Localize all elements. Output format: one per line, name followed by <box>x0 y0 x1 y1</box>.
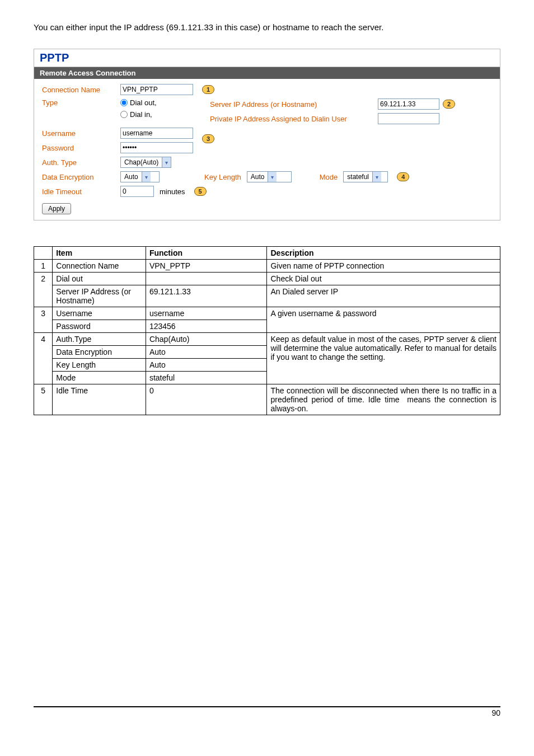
table-row: 3 Username username A given username & p… <box>34 307 500 320</box>
intro-text: You can either input the IP address (69.… <box>34 22 500 32</box>
idle-timeout-unit: minutes <box>160 187 185 196</box>
connection-name-input[interactable] <box>120 84 193 95</box>
server-ip-input[interactable] <box>378 98 439 110</box>
badge-5: 5 <box>194 187 207 196</box>
badge-3: 3 <box>202 134 214 143</box>
chevron-down-icon: ▾ <box>372 172 381 182</box>
mode-label: Mode <box>320 173 338 181</box>
data-encryption-label: Data Encryption <box>42 173 120 181</box>
dial-out-radio[interactable] <box>120 99 128 106</box>
table-header: Function <box>146 247 267 260</box>
table-row: 5 Idle Time 0 The connection will be dis… <box>34 384 500 415</box>
username-label: Username <box>42 129 120 138</box>
key-length-select[interactable]: Auto ▾ <box>247 171 292 182</box>
table-row: Server IP Address (or Hostname) 69.121.1… <box>34 285 500 307</box>
chevron-down-icon: ▾ <box>268 172 277 182</box>
auth-type-select[interactable]: Chap(Auto) ▾ <box>120 157 171 168</box>
idle-timeout-label: Idle Timeout <box>42 187 120 196</box>
apply-button[interactable]: Apply <box>42 203 71 214</box>
chevron-down-icon: ▾ <box>142 172 151 182</box>
password-input[interactable] <box>120 142 193 153</box>
type-label: Type <box>42 98 120 107</box>
dial-in-radio[interactable] <box>120 111 128 118</box>
key-length-label: Key Length <box>204 173 241 181</box>
dial-in-label: Dial in, <box>130 110 152 119</box>
table-header: Description <box>267 247 500 260</box>
password-label: Password <box>42 144 120 152</box>
panel-subtitle: Remote Access Connection <box>34 67 500 79</box>
table-header: Item <box>53 247 146 260</box>
mode-select[interactable]: stateful ▾ <box>343 171 388 182</box>
table-header <box>34 247 53 260</box>
table-row: 4 Auth.Type Chap(Auto) Keep as default v… <box>34 333 500 346</box>
badge-4: 4 <box>397 172 409 181</box>
private-ip-input[interactable] <box>378 113 439 124</box>
badge-1: 1 <box>202 85 214 94</box>
panel-title: PPTP <box>34 49 500 67</box>
username-input[interactable] <box>120 128 193 139</box>
pptp-panel: PPTP Remote Access Connection Connection… <box>34 49 500 220</box>
dial-out-label: Dial out, <box>130 98 157 107</box>
page-number: 90 <box>34 706 500 717</box>
connection-name-label: Connection Name <box>42 86 120 94</box>
table-row: 2 Dial out Check Dial out <box>34 273 500 285</box>
description-table: Item Function Description 1 Connection N… <box>34 246 500 415</box>
auth-type-label: Auth. Type <box>42 158 120 167</box>
chevron-down-icon: ▾ <box>162 157 171 167</box>
server-ip-label: Server IP Address (or Hostname) <box>210 100 378 109</box>
badge-2: 2 <box>443 100 455 109</box>
data-encryption-select[interactable]: Auto ▾ <box>120 171 160 182</box>
private-ip-label: Private IP Address Assigned to Dialin Us… <box>210 115 378 123</box>
idle-timeout-input[interactable] <box>120 186 154 197</box>
table-row: 1 Connection Name VPN_PPTP Given name of… <box>34 260 500 273</box>
